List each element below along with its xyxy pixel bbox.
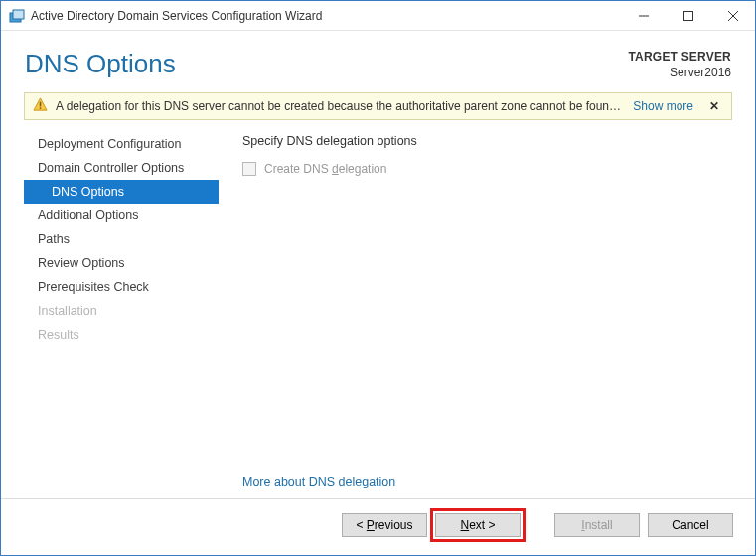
titlebar: Active Directory Domain Services Configu…	[1, 1, 755, 31]
warning-message: A delegation for this DNS server cannot …	[56, 99, 621, 113]
page-title: DNS Options	[25, 49, 176, 79]
step-results: Results	[24, 323, 219, 347]
svg-rect-8	[40, 108, 42, 110]
warning-icon	[33, 97, 48, 115]
step-domain-controller-options[interactable]: Domain Controller Options	[24, 156, 219, 180]
install-button: Install	[554, 513, 640, 537]
header: DNS Options TARGET SERVER Server2016	[1, 31, 755, 90]
target-server-value: Server2016	[628, 65, 731, 80]
step-review-options[interactable]: Review Options	[24, 251, 219, 275]
wizard-steps-sidebar: Deployment Configuration Domain Controll…	[24, 128, 219, 498]
button-spacer	[529, 513, 546, 537]
cancel-button[interactable]: Cancel	[648, 513, 733, 537]
step-installation: Installation	[24, 299, 219, 323]
main-panel: Specify DNS delegation options Create DN…	[219, 128, 732, 498]
step-prerequisites-check[interactable]: Prerequisites Check	[24, 275, 219, 299]
svg-rect-7	[40, 102, 42, 107]
warning-close-icon[interactable]: ✕	[705, 99, 723, 113]
step-dns-options[interactable]: DNS Options	[24, 180, 219, 204]
maximize-button[interactable]	[666, 1, 710, 31]
previous-button[interactable]: < Previous	[342, 513, 427, 537]
window-title: Active Directory Domain Services Configu…	[31, 9, 621, 23]
close-button[interactable]	[710, 1, 755, 31]
next-button[interactable]: Next >	[435, 513, 521, 537]
options-heading: Specify DNS delegation options	[242, 134, 732, 148]
target-server-label: TARGET SERVER	[628, 49, 731, 65]
more-about-link[interactable]: More about DNS delegation	[242, 475, 395, 488]
target-server-block: TARGET SERVER Server2016	[628, 49, 731, 80]
svg-rect-1	[13, 10, 24, 19]
svg-rect-3	[683, 11, 692, 20]
warning-show-more[interactable]: Show more	[629, 99, 697, 113]
warning-bar: A delegation for this DNS server cannot …	[24, 92, 732, 120]
step-paths[interactable]: Paths	[24, 227, 219, 251]
create-dns-delegation-row: Create DNS delegation	[242, 162, 732, 176]
step-additional-options[interactable]: Additional Options	[24, 204, 219, 227]
app-icon	[9, 8, 25, 24]
step-deployment-configuration[interactable]: Deployment Configuration	[24, 132, 219, 156]
content-area: Deployment Configuration Domain Controll…	[1, 128, 755, 498]
create-dns-delegation-checkbox	[242, 162, 256, 176]
create-dns-delegation-label: Create DNS delegation	[264, 162, 386, 176]
footer-buttons: < Previous Next > Install Cancel	[1, 498, 755, 555]
minimize-button[interactable]	[621, 1, 666, 31]
